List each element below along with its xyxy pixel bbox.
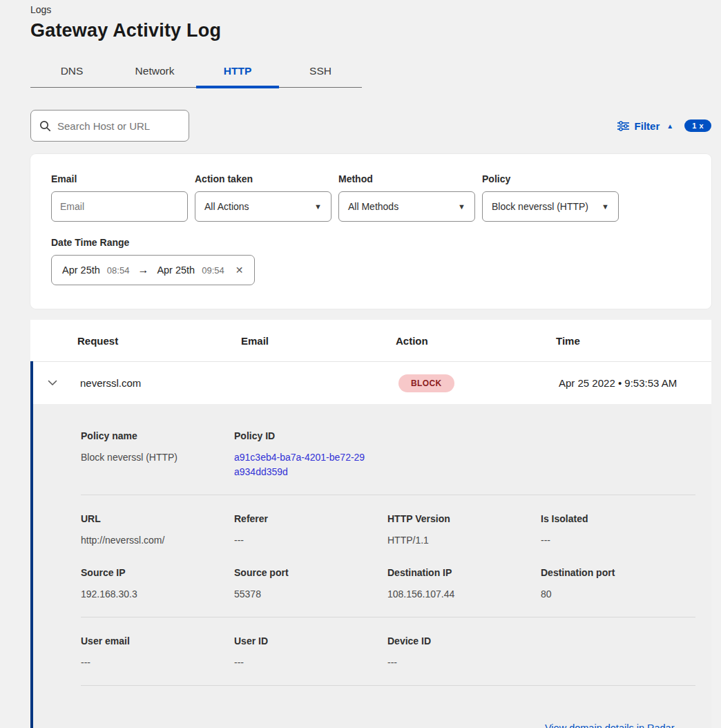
user-email-label: User email xyxy=(81,635,223,646)
radar-link-row: View domain details in Radar → xyxy=(81,704,695,728)
user-id-value: --- xyxy=(234,655,376,670)
destination-ip-value: 108.156.107.44 xyxy=(387,587,530,602)
email-filter-label: Email xyxy=(51,173,188,184)
tab-bar: DNS Network HTTP SSH xyxy=(30,58,362,88)
device-id-label: Device ID xyxy=(387,635,530,646)
breadcrumb: Logs xyxy=(30,4,721,15)
column-header-email: Email xyxy=(241,335,396,347)
action-taken-group: Action taken All Actions ▼ xyxy=(195,173,331,222)
destination-ip-label: Destination IP xyxy=(387,567,530,578)
clear-date-range-icon[interactable]: ✕ xyxy=(235,265,244,276)
end-time: 09:54 xyxy=(202,265,224,276)
tab-http[interactable]: HTTP xyxy=(196,58,279,87)
url-field: URL http://neverssl.com/ xyxy=(81,513,234,548)
end-date: Apr 25th xyxy=(157,265,195,276)
table-header-row: Request Email Action Time xyxy=(30,320,711,361)
source-port-label: Source port xyxy=(234,567,376,578)
policy-value: Block neverssl (HTTP) xyxy=(492,201,588,212)
date-range-picker[interactable]: Apr 25th 08:54 → Apr 25th 09:54 ✕ xyxy=(51,255,255,285)
start-date: Apr 25th xyxy=(62,265,100,276)
date-range-group: Date Time Range Apr 25th 08:54 → Apr 25t… xyxy=(51,237,691,285)
policy-group: Policy Block neverssl (HTTP) ▼ xyxy=(482,173,619,222)
destination-port-value: 80 xyxy=(541,587,683,602)
user-email-field: User email --- xyxy=(81,635,234,670)
policy-label: Policy xyxy=(482,173,619,184)
method-group: Method All Methods ▼ xyxy=(338,173,475,222)
policy-select[interactable]: Block neverssl (HTTP) ▼ xyxy=(482,191,619,222)
policy-id-link[interactable]: a91c3eb4-ba7a-4201-be72-29a934dd359d xyxy=(234,450,369,479)
chevron-up-icon: ▲ xyxy=(666,122,673,130)
column-header-time: Time xyxy=(556,335,711,347)
date-range-label: Date Time Range xyxy=(51,237,691,248)
filter-icon xyxy=(617,121,629,131)
email-filter-input[interactable] xyxy=(51,191,188,222)
request-cell: neverssl.com xyxy=(80,377,244,389)
user-id-field: User ID --- xyxy=(234,635,387,670)
search-filter-row: Filter ▲ 1 x xyxy=(30,110,711,142)
source-ip-value: 192.168.30.3 xyxy=(81,587,223,602)
user-email-value: --- xyxy=(81,655,223,670)
url-value: http://neverssl.com/ xyxy=(81,533,223,548)
is-isolated-field: Is Isolated --- xyxy=(541,513,694,548)
expanded-row-container: neverssl.com BLOCK Apr 25 2022 • 9:53:53… xyxy=(30,361,711,728)
chevron-down-icon xyxy=(48,380,57,386)
referer-value: --- xyxy=(234,533,376,548)
filter-panel: Email Action taken All Actions ▼ Method … xyxy=(30,154,711,309)
user-id-label: User ID xyxy=(234,635,376,646)
method-value: All Methods xyxy=(348,201,398,212)
search-box[interactable] xyxy=(30,110,189,142)
filter-toggle[interactable]: Filter ▲ 1 x xyxy=(617,119,711,132)
email-filter-group: Email xyxy=(51,173,188,222)
column-header-request: Request xyxy=(77,335,241,347)
table-row[interactable]: neverssl.com BLOCK Apr 25 2022 • 9:53:53… xyxy=(33,361,711,404)
search-input[interactable] xyxy=(57,120,195,132)
section-divider xyxy=(81,685,695,686)
action-cell: BLOCK xyxy=(398,374,559,392)
device-id-field: Device ID --- xyxy=(387,635,541,670)
policy-id-field: Policy ID a91c3eb4-ba7a-4201-be72-29a934… xyxy=(234,430,387,479)
chevron-down-icon: ▼ xyxy=(458,202,465,211)
policy-name-field: Policy name Block neverssl (HTTP) xyxy=(81,430,234,479)
destination-ip-field: Destination IP 108.156.107.44 xyxy=(387,567,541,602)
method-label: Method xyxy=(338,173,475,184)
chevron-down-icon: ▼ xyxy=(602,202,609,211)
method-select[interactable]: All Methods ▼ xyxy=(338,191,475,222)
source-ip-label: Source IP xyxy=(81,567,223,578)
device-id-value: --- xyxy=(387,655,530,670)
chevron-down-icon: ▼ xyxy=(314,202,322,211)
page-title: Gateway Activity Log xyxy=(30,20,721,41)
policy-id-label: Policy ID xyxy=(234,430,376,441)
row-details-panel: Policy name Block neverssl (HTTP) Policy… xyxy=(33,404,711,728)
destination-port-field: Destination port 80 xyxy=(541,567,694,602)
is-isolated-label: Is Isolated xyxy=(541,513,683,524)
time-cell: Apr 25 2022 • 9:53:53 AM xyxy=(559,377,711,389)
section-divider xyxy=(81,495,695,495)
action-taken-label: Action taken xyxy=(195,173,331,184)
filter-label: Filter xyxy=(635,120,660,132)
tab-dns[interactable]: DNS xyxy=(30,58,113,87)
source-ip-field: Source IP 192.168.30.3 xyxy=(81,567,234,602)
section-divider xyxy=(81,617,695,617)
source-port-value: 55378 xyxy=(234,587,376,602)
column-header-action: Action xyxy=(396,335,556,347)
http-version-label: HTTP Version xyxy=(387,513,530,524)
tab-network[interactable]: Network xyxy=(113,58,196,87)
referer-field: Referer --- xyxy=(234,513,387,548)
row-expander[interactable] xyxy=(33,380,80,386)
policy-name-label: Policy name xyxy=(81,430,223,441)
http-version-field: HTTP Version HTTP/1.1 xyxy=(387,513,541,548)
activity-log-table: Request Email Action Time neverssl.com B… xyxy=(30,320,711,728)
arrow-right-icon: → xyxy=(137,264,148,276)
policy-name-value: Block neverssl (HTTP) xyxy=(81,450,223,465)
referer-label: Referer xyxy=(234,513,376,524)
source-port-field: Source port 55378 xyxy=(234,567,387,602)
search-icon xyxy=(39,120,51,132)
filter-count-badge[interactable]: 1 x xyxy=(684,119,711,132)
http-version-value: HTTP/1.1 xyxy=(387,533,530,548)
block-status-badge: BLOCK xyxy=(398,374,454,392)
action-taken-select[interactable]: All Actions ▼ xyxy=(195,191,331,222)
tab-ssh[interactable]: SSH xyxy=(279,58,362,87)
view-radar-link[interactable]: View domain details in Radar → xyxy=(545,722,687,728)
is-isolated-value: --- xyxy=(541,533,683,548)
start-time: 08:54 xyxy=(107,265,130,276)
